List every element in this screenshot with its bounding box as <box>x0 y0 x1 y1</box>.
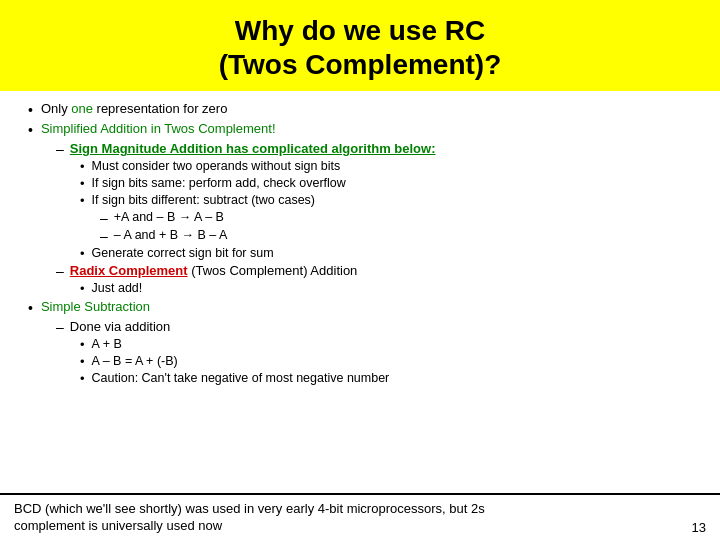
dash-2: – <box>56 263 64 279</box>
dash1-label: Sign Magnitude Addition has complicated … <box>70 141 436 156</box>
case-1: – +A and – B → A – B <box>100 210 692 226</box>
bullet-item-3: • Simple Subtraction <box>28 299 692 316</box>
content-area: • Only one representation for zero • Sim… <box>0 91 720 493</box>
title-line1: Why do we use RC <box>235 15 485 46</box>
bullet-dot-2: • <box>28 122 33 138</box>
sub-bullet-6: • A – B = A + (-B) <box>80 354 692 369</box>
sub-bullet-5: • A + B <box>80 337 692 352</box>
sub-bullet-7: • Caution: Can't take negative of most n… <box>80 371 692 386</box>
top-bullets: • Only one representation for zero • Sim… <box>28 101 692 388</box>
sub-dot-1: • <box>80 159 85 174</box>
bullet-text-3: Simple Subtraction <box>41 299 150 314</box>
sub-dot-6: • <box>80 354 85 369</box>
case-dash-2: – <box>100 228 108 244</box>
sub-text-6: A – B = A + (-B) <box>92 354 178 368</box>
bullet-text-2: Simplified Addition in Twos Complement! <box>41 121 276 136</box>
sub-bullet-2: • If sign bits same: perform add, check … <box>80 176 692 191</box>
footer-line2: complement is universally used now <box>14 517 682 535</box>
sub-text-1: Must consider two operands without sign … <box>92 159 341 173</box>
dash-3: – <box>56 319 64 335</box>
bullet-dot-3: • <box>28 300 33 316</box>
sub-text-4: Generate correct sign bit for sum <box>92 246 274 260</box>
case-2: – – A and + B → B – A <box>100 228 692 244</box>
footer-line1: BCD (which we'll see shortly) was used i… <box>14 500 682 518</box>
sub-dot-2: • <box>80 176 85 191</box>
sub-text-3: If sign bits different: subtract (two ca… <box>92 193 315 207</box>
footer-text: BCD (which we'll see shortly) was used i… <box>14 500 682 535</box>
bullet-item-1: • Only one representation for zero <box>28 101 692 118</box>
case-text-2: – A and + B → B – A <box>114 228 228 242</box>
dash2-text: Radix Complement (Twos Complement) Addit… <box>70 263 358 278</box>
dash2-rest: (Twos Complement) Addition <box>188 263 358 278</box>
dash-1: – <box>56 141 64 157</box>
sub-dot-just-add: • <box>80 281 85 296</box>
sub-text-5: A + B <box>92 337 122 351</box>
dash2-colored: Radix Complement <box>70 263 188 278</box>
page-number: 13 <box>682 520 706 535</box>
just-add-text: Just add! <box>92 281 143 295</box>
sub-dot-7: • <box>80 371 85 386</box>
bullet-dot-1: • <box>28 102 33 118</box>
sub-bullet-1: • Must consider two operands without sig… <box>80 159 692 174</box>
bullet-text-1: Only one representation for zero <box>41 101 227 116</box>
b1-prefix: Only <box>41 101 71 116</box>
sub-dot-3: • <box>80 193 85 208</box>
sub-text-2: If sign bits same: perform add, check ov… <box>92 176 346 190</box>
dash3-label: Done via addition <box>70 319 170 334</box>
b1-colored: one <box>71 101 93 116</box>
slide-title: Why do we use RC (Twos Complement)? <box>0 0 720 91</box>
case-text-1: +A and – B → A – B <box>114 210 224 224</box>
dash-item-2: – Radix Complement (Twos Complement) Add… <box>56 263 692 279</box>
title-line2: (Twos Complement)? <box>219 49 502 80</box>
sub-dot-4: • <box>80 246 85 261</box>
sub-bullet-just-add: • Just add! <box>80 281 692 296</box>
sub-bullet-4: • Generate correct sign bit for sum <box>80 246 692 261</box>
sub-bullet-3: • If sign bits different: subtract (two … <box>80 193 692 208</box>
dash-item-3: – Done via addition <box>56 319 692 335</box>
sub-text-7: Caution: Can't take negative of most neg… <box>92 371 390 385</box>
footer: BCD (which we'll see shortly) was used i… <box>0 493 720 540</box>
case-dash-1: – <box>100 210 108 226</box>
slide: Why do we use RC (Twos Complement)? • On… <box>0 0 720 540</box>
b1-rest: representation for zero <box>93 101 227 116</box>
bullet-item-2: • Simplified Addition in Twos Complement… <box>28 121 692 138</box>
dash-item-1: – Sign Magnitude Addition has complicate… <box>56 141 692 157</box>
sub-dot-5: • <box>80 337 85 352</box>
